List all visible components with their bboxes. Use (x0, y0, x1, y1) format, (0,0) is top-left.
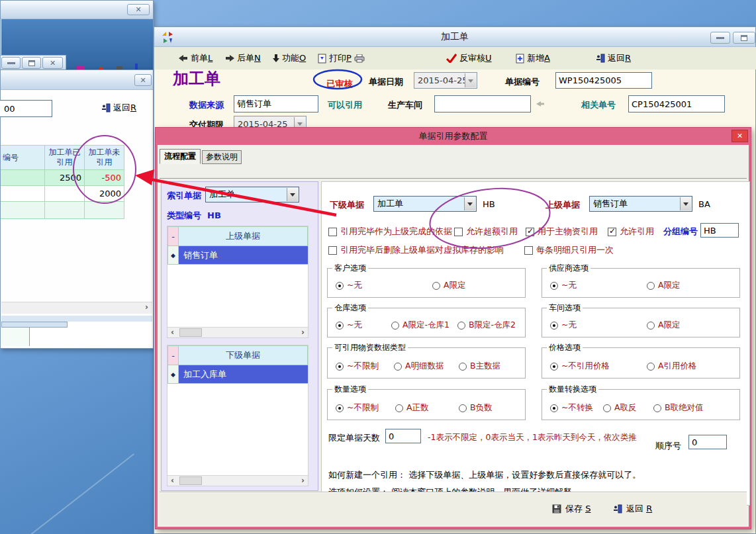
radio-option[interactable]: A限定-仓库1 (391, 320, 449, 331)
list-item-selected[interactable]: ◆ 加工入库单 (167, 365, 308, 384)
dialog-close-button[interactable]: ✕ (732, 130, 748, 142)
radio-icon (336, 404, 344, 412)
window-a-close-button[interactable]: ✕ (127, 4, 150, 15)
horizontal-scrollbar[interactable]: ‹ › (167, 327, 308, 337)
chevron-down-icon[interactable] (464, 197, 475, 210)
radio-option[interactable]: ~不限制 (336, 361, 379, 372)
next-doc-button[interactable]: 后单N (225, 52, 261, 64)
back-button[interactable]: 返回 R (613, 503, 652, 515)
checkbox-icon (454, 228, 463, 236)
scroll-left-icon[interactable]: ‹ (171, 476, 174, 486)
doc-no-label: 单据编号 (505, 76, 540, 88)
chevron-down-icon[interactable] (465, 73, 476, 87)
days-limit-input[interactable]: 0 (385, 429, 421, 443)
radio-option[interactable]: A正数 (395, 402, 429, 414)
maximize-icon (28, 60, 35, 66)
horizontal-scrollbar[interactable]: ‹ › (167, 475, 308, 486)
print-button[interactable]: 打印P (318, 52, 365, 64)
radio-option[interactable]: B取绝对值 (653, 402, 704, 414)
radio-option[interactable]: ~不转换 (550, 402, 593, 414)
save-button[interactable]: 保存 S (552, 503, 591, 515)
chevron-down-icon[interactable] (680, 197, 691, 210)
radio-option[interactable]: A限定 (647, 280, 681, 291)
scroll-right-icon[interactable]: › (301, 328, 305, 337)
checkbox-allow-excess[interactable]: 允许超额引用 (454, 226, 518, 238)
scroll-right-icon[interactable]: › (301, 476, 305, 486)
radio-option[interactable]: A引用价格 (647, 361, 697, 372)
radio-option[interactable]: A取反 (603, 402, 637, 414)
window-b-maximize-button[interactable] (22, 57, 41, 69)
add-new-button[interactable]: 新增A (516, 52, 550, 64)
radio-option[interactable]: B负数 (459, 402, 493, 414)
main-minimize-button[interactable] (710, 32, 730, 44)
partial-input[interactable]: 00 (0, 100, 52, 117)
scroll-thumb[interactable] (179, 328, 202, 337)
doc-type-title: 加工单 (173, 68, 220, 89)
scroll-right-icon[interactable]: › (145, 302, 148, 312)
radio-option[interactable]: B限定-仓库2 (457, 320, 516, 331)
chevron-down-icon[interactable] (287, 188, 298, 201)
collapse-minus-icon[interactable]: - (167, 345, 179, 365)
picker-hand-icon[interactable] (536, 101, 544, 107)
checkbox-once-per-detail[interactable]: 每条明细只引用一次 (524, 244, 614, 256)
window-c-close-button[interactable]: ✕ (134, 74, 152, 86)
radio-option[interactable]: A限定 (432, 280, 466, 291)
radio-option[interactable]: ~无 (336, 320, 362, 331)
radio-option[interactable]: A明细数据 (394, 361, 444, 372)
return-button[interactable]: 返回R (596, 52, 631, 64)
radio-icon (336, 282, 344, 290)
doc-no-input[interactable]: WP150425005 (555, 72, 652, 89)
checkbox-main-material[interactable]: 用于主物资引用 (526, 226, 598, 238)
date-combo[interactable]: 2015-04-25 (414, 72, 477, 89)
sequence-input[interactable]: 0 (688, 435, 727, 449)
group-no-input[interactable]: HB (700, 223, 739, 238)
radio-icon (647, 363, 655, 371)
main-window-title: 加工单 (154, 31, 755, 43)
table-row[interactable]: 2000 (1, 186, 124, 202)
window-b-minimize-button[interactable] (1, 57, 21, 69)
radio-option[interactable]: ~不引用价格 (550, 361, 610, 372)
radio-option[interactable]: ~无 (550, 280, 577, 291)
dialog-titlebar[interactable]: 单据引用参数配置 (156, 128, 751, 145)
radio-option[interactable]: B主数据 (459, 361, 500, 372)
radio-icon (457, 322, 465, 330)
function-menu-button[interactable]: 功能O (273, 52, 306, 64)
collapse-minus-icon[interactable]: - (167, 226, 179, 246)
tab-process-config[interactable]: 流程配置 (160, 149, 201, 164)
scroll-left-icon[interactable]: ‹ (171, 328, 174, 337)
main-maximize-button[interactable] (733, 32, 755, 44)
radio-icon (391, 322, 399, 330)
lower-doc-label: 下级单据 (330, 199, 364, 211)
list-header: 下级单据 (179, 345, 308, 365)
return-button[interactable]: 返回R (101, 102, 136, 114)
prev-doc-button[interactable]: 前单L (179, 52, 213, 64)
date-label: 单据日期 (369, 76, 403, 88)
tab-parameter-help[interactable]: 参数说明 (202, 150, 242, 164)
checkbox-delete-virtual-stock[interactable]: 引用完毕后删除上级单据对虚拟库存的影响 (328, 244, 504, 256)
upper-doc-combo[interactable]: 销售订单 (589, 196, 692, 212)
checkbox-allow-reference[interactable]: 允许引用 (608, 226, 654, 238)
horizontal-scrollbar[interactable]: › (1, 302, 152, 314)
lower-doc-combo[interactable]: 加工单 (373, 196, 477, 212)
workshop-input[interactable] (434, 95, 531, 112)
unaudit-button[interactable]: 反审核U (446, 52, 492, 64)
related-no-input[interactable]: CP150425001 (628, 95, 725, 112)
list-item-selected[interactable]: ◆ 销售订单 (167, 246, 308, 265)
scroll-thumb[interactable] (179, 476, 202, 485)
checkbox-complete-basis[interactable]: 引用完毕作为上级完成的依据 (328, 226, 452, 238)
left-list-window: ✕ 00 返回R 编号 加工单已引用 加工单未引用 2500 -500 (0, 69, 154, 349)
radio-icon (336, 363, 344, 371)
table-row[interactable] (1, 202, 124, 219)
window-b-close-button[interactable]: ✕ (42, 57, 63, 69)
radio-option[interactable]: ~无 (550, 320, 577, 331)
option-group-price: 价格选项 ~不引用价格 A引用价格 (542, 347, 740, 378)
sub-panel-cell (1, 328, 30, 346)
close-icon: ✕ (50, 59, 56, 67)
radio-option[interactable]: ~无 (336, 280, 362, 291)
index-doc-combo[interactable]: 加工单 (205, 187, 299, 202)
radio-option[interactable]: ~不限制 (336, 402, 379, 414)
source-input[interactable]: 销售订单 (234, 95, 318, 112)
radio-option[interactable]: A限定 (647, 320, 681, 331)
group-title: 供应商选项 (547, 263, 591, 274)
table-row[interactable]: 2500 -500 (1, 170, 124, 186)
